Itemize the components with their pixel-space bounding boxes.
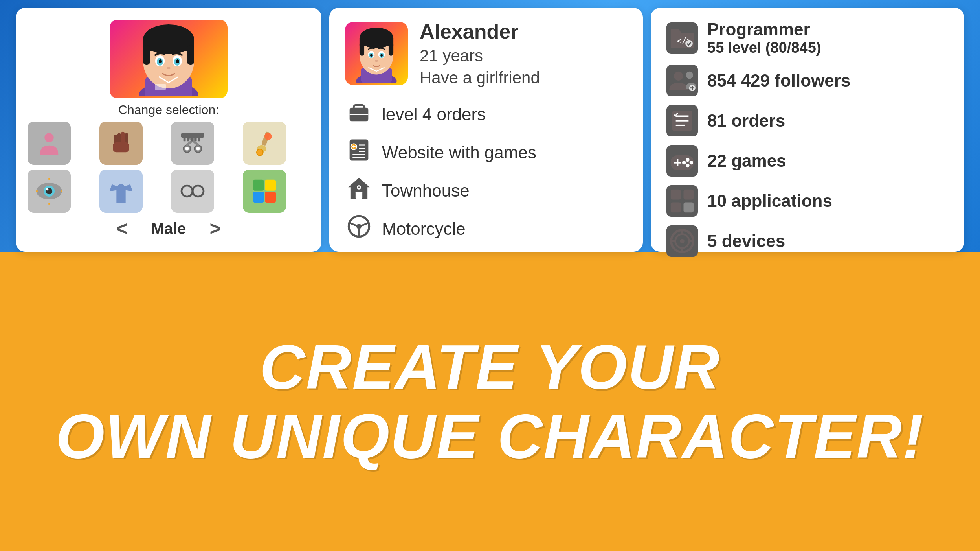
games-text: 22 games (707, 151, 786, 171)
svg-point-23 (185, 147, 189, 150)
svg-rect-28 (181, 133, 204, 138)
change-selection-label: Change selection: (118, 103, 219, 117)
profile-name: Alexander (420, 20, 540, 43)
programmer-text: Programmer 55 level (80/845) (707, 20, 821, 56)
svg-point-13 (176, 59, 179, 63)
svg-rect-32 (195, 138, 197, 141)
money-list-icon (345, 137, 373, 168)
svg-point-14 (167, 67, 171, 69)
applications-text: 10 applications (707, 191, 832, 211)
svg-rect-61 (360, 42, 364, 56)
svg-point-46 (182, 186, 193, 197)
character-profile-card: Alexander 21 years Have a girlfriend lev… (329, 8, 643, 252)
main-avatar (110, 20, 228, 98)
profile-info: Alexander 21 years Have a girlfriend (420, 20, 540, 87)
svg-point-16 (44, 133, 53, 142)
svg-point-41 (46, 188, 48, 190)
website-text: Website with games (382, 143, 536, 162)
house-text: Townhouse (382, 181, 470, 201)
house-icon (345, 175, 373, 206)
svg-point-36 (257, 149, 263, 155)
folder-code-icon: </> (666, 22, 698, 54)
bottom-banner: CREATE YOUR OWN UNIQUE CHARACTER! (0, 252, 980, 551)
player-stats-card: </> Programmer 55 level (80/845) (651, 8, 964, 252)
gamepad-icon (666, 145, 698, 177)
brush-icon-cell[interactable] (243, 122, 286, 165)
orders-stat: level 4 orders (345, 99, 627, 129)
svg-point-85 (358, 186, 360, 188)
house-stat: Townhouse (345, 175, 627, 206)
svg-line-89 (360, 223, 368, 226)
svg-rect-53 (253, 192, 264, 203)
games-stat: 22 games (666, 145, 949, 177)
bottom-line1: CREATE YOUR OWN UNIQUE CHARACTER! (56, 332, 925, 471)
svg-point-68 (380, 54, 383, 57)
svg-point-47 (193, 186, 204, 197)
devices-stat: 5 devices (666, 225, 949, 257)
svg-rect-110 (684, 190, 694, 200)
website-stat: Website with games (345, 137, 627, 168)
svg-rect-54 (265, 192, 276, 203)
motorcycle-text: Motorcycle (382, 219, 466, 239)
svg-rect-52 (265, 180, 276, 191)
svg-rect-51 (253, 180, 264, 191)
svg-rect-60 (360, 38, 393, 46)
character-selection-card: Change selection: (16, 8, 321, 252)
person-icon-cell[interactable] (28, 122, 71, 165)
orders-right-text: 81 orders (707, 111, 785, 131)
svg-rect-71 (354, 105, 364, 110)
svg-rect-15 (155, 84, 166, 90)
svg-rect-6 (143, 45, 150, 65)
svg-rect-30 (187, 138, 189, 141)
devices-text: 5 devices (707, 231, 785, 251)
svg-point-12 (159, 59, 162, 63)
svg-rect-109 (671, 190, 681, 200)
svg-point-106 (690, 161, 693, 164)
svg-point-37 (264, 133, 272, 140)
cards-container: Change selection: (16, 8, 964, 252)
svg-rect-83 (355, 192, 362, 199)
steering-wheel-icon (345, 214, 373, 244)
profile-age: 21 years (420, 46, 540, 65)
svg-point-94 (686, 72, 693, 79)
profile-header: Alexander 21 years Have a girlfriend (345, 20, 627, 87)
svg-point-107 (686, 164, 689, 167)
motorcycle-stat: Motorcycle (345, 214, 627, 244)
gender-label: Male (151, 220, 186, 238)
svg-point-87 (356, 224, 362, 229)
shirt-icon-cell[interactable] (99, 170, 143, 213)
svg-rect-62 (389, 42, 393, 56)
prev-arrow[interactable]: < (116, 217, 127, 240)
svg-rect-21 (113, 142, 129, 153)
applications-stat: 10 applications (666, 185, 949, 217)
next-arrow[interactable]: > (209, 217, 221, 240)
programmer-stat: </> Programmer 55 level (80/845) (666, 20, 949, 56)
svg-rect-33 (198, 138, 200, 141)
svg-rect-112 (684, 203, 694, 213)
svg-rect-29 (184, 138, 186, 141)
profile-relationship: Have a girlfriend (420, 68, 540, 87)
followers-icon (666, 65, 698, 96)
orders-right-stat: 81 orders (666, 105, 949, 136)
svg-point-69 (375, 60, 378, 62)
scissors-icon-cell[interactable] (171, 122, 214, 165)
followers-text: 854 429 followers (707, 71, 850, 90)
svg-rect-31 (191, 138, 193, 141)
svg-point-67 (370, 54, 373, 57)
apps-icon (666, 185, 698, 217)
svg-point-93 (674, 72, 683, 81)
orders-icon (666, 105, 698, 136)
svg-rect-7 (187, 45, 194, 65)
svg-point-108 (682, 161, 686, 164)
profile-avatar (345, 22, 408, 85)
color-icon-cell[interactable] (243, 170, 286, 213)
hand-icon-cell[interactable] (99, 122, 143, 165)
eye-icon-cell[interactable] (28, 170, 71, 213)
gender-nav: < Male > (28, 217, 310, 240)
devices-icon (666, 225, 698, 257)
svg-rect-111 (671, 203, 681, 213)
svg-line-88 (349, 223, 357, 226)
briefcase-icon (345, 99, 373, 129)
svg-point-105 (686, 158, 689, 162)
glasses-icon-cell[interactable] (171, 170, 214, 213)
